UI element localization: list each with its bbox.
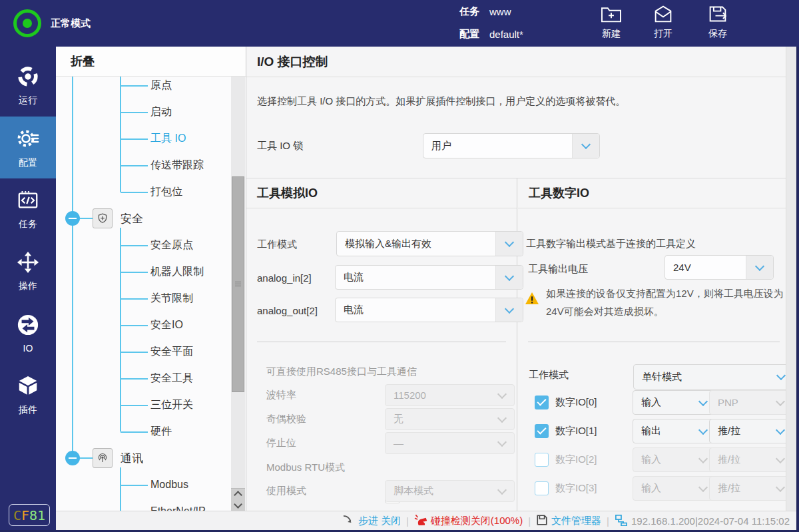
tool-voltage-select[interactable]: 24V bbox=[665, 255, 774, 280]
scroll-up-icon[interactable] bbox=[234, 491, 242, 499]
dio3-direction-select: 输入 bbox=[633, 476, 716, 501]
analog-work-mode-select[interactable]: 模拟输入&输出有效 bbox=[336, 231, 523, 256]
sidebar-item-label: 配置 bbox=[19, 157, 37, 169]
digital-work-mode-label: 工作模式 bbox=[529, 369, 569, 382]
dio1-type-select[interactable]: 推/拉 bbox=[709, 419, 793, 443]
sidebar-item-label: 操作 bbox=[19, 280, 37, 292]
analog-out-select[interactable]: 电流 bbox=[335, 298, 523, 322]
tree-scrollbar-thumb[interactable] bbox=[232, 176, 244, 392]
move-icon bbox=[17, 251, 39, 276]
io-control-section: I/O 接口控制 选择控制工具 I/O 接口的方式。如果扩展插件控制接口，用户定… bbox=[246, 47, 786, 178]
tree-item-origin[interactable]: 原点 bbox=[56, 77, 231, 99]
collision-status[interactable]: 碰撞检测关闭(100%) bbox=[414, 514, 523, 528]
new-button[interactable]: 新建 bbox=[588, 5, 635, 40]
task-value[interactable]: www bbox=[489, 6, 511, 17]
config-value[interactable]: default* bbox=[489, 29, 523, 40]
divider bbox=[528, 342, 780, 342]
tree-item-conveyor-tracking[interactable]: 传送带跟踪 bbox=[56, 152, 231, 178]
digital-io-row: 数字IO[1] 输出 推/拉 bbox=[518, 419, 786, 443]
dio3-checkbox[interactable] bbox=[535, 481, 549, 495]
scroll-down-icon[interactable] bbox=[234, 500, 242, 509]
dio1-checkbox[interactable] bbox=[535, 424, 549, 438]
modbus-rtu-label: Modbus RTU模式 bbox=[266, 461, 345, 474]
dio2-type-select: 推/拉 bbox=[709, 447, 793, 472]
tree-scrollbar[interactable] bbox=[231, 77, 245, 511]
tree-item-tool-io[interactable]: 工具 IO bbox=[56, 125, 231, 152]
parity-select: 无 bbox=[385, 408, 515, 430]
collapse-minus-icon[interactable] bbox=[65, 451, 80, 465]
dio0-type-select: PNP bbox=[709, 390, 793, 415]
tree-item-modbus[interactable]: Modbus bbox=[56, 471, 231, 498]
task-label: 任务 bbox=[459, 5, 479, 18]
gear-icon bbox=[16, 127, 40, 152]
parity-label: 奇偶校验 bbox=[266, 413, 306, 425]
panel-title: 工具数字IO bbox=[518, 178, 786, 208]
dio0-checkbox[interactable] bbox=[535, 396, 549, 409]
robot-status-ring-icon bbox=[13, 9, 41, 37]
tree-item-robot-limits[interactable]: 机器人限制 bbox=[56, 258, 231, 285]
digital-io-row: 数字IO[0] 输入 PNP bbox=[518, 390, 786, 414]
config-tree: 原点 启动 工具 IO 传送带跟踪 打包位 安全 安全原点 bbox=[56, 77, 231, 511]
sidebar-item-operate[interactable]: 操作 bbox=[0, 240, 56, 302]
tree-item-hardware[interactable]: 硬件 bbox=[56, 418, 231, 445]
dio3-label: 数字IO[3] bbox=[555, 482, 597, 495]
shield-icon bbox=[93, 208, 113, 228]
sidebar-item-config[interactable]: 配置 bbox=[0, 117, 56, 178]
dio1-direction-select[interactable]: 输出 bbox=[633, 419, 716, 443]
tree-item-safety[interactable]: 安全 bbox=[56, 205, 231, 232]
tool-io-lock-select[interactable]: 用户 bbox=[423, 133, 600, 158]
io-swap-icon bbox=[17, 314, 39, 338]
dio0-direction-select[interactable]: 输入 bbox=[633, 390, 716, 415]
sidebar-item-task[interactable]: 任务 bbox=[0, 178, 56, 240]
tree-item-safety-tool[interactable]: 安全工具 bbox=[56, 365, 231, 392]
tree-item-pack-position[interactable]: 打包位 bbox=[56, 178, 231, 205]
tree-item-three-position-switch[interactable]: 三位开关 bbox=[56, 392, 231, 418]
code-window-icon bbox=[17, 189, 39, 214]
dio1-label: 数字IO[1] bbox=[555, 425, 597, 437]
digital-description: 工具数字输出模式基于连接的工具定义 bbox=[526, 238, 696, 250]
analog-in-select[interactable]: 电流 bbox=[335, 265, 523, 290]
chevron-down-icon bbox=[572, 134, 599, 158]
collision-icon bbox=[414, 514, 427, 528]
sidebar-item-io[interactable]: IO bbox=[0, 302, 56, 364]
robot-model-badge[interactable]: CF81 bbox=[9, 504, 50, 526]
network-icon bbox=[615, 514, 628, 528]
save-button-label: 保存 bbox=[708, 28, 727, 40]
digital-work-mode-select[interactable]: 单针模式 bbox=[633, 364, 794, 390]
save-file-icon bbox=[707, 5, 728, 25]
chevron-down-icon bbox=[746, 256, 773, 279]
dio2-checkbox[interactable] bbox=[535, 453, 549, 467]
tree-item-startup[interactable]: 启动 bbox=[56, 99, 231, 125]
tool-voltage-label: 工具输出电压 bbox=[528, 263, 588, 276]
open-button[interactable]: 打开 bbox=[640, 5, 686, 40]
new-file-icon bbox=[601, 5, 622, 25]
cube-icon bbox=[17, 375, 39, 399]
sidebar-item-plugin[interactable]: 插件 bbox=[0, 364, 56, 426]
main-content: I/O 接口控制 选择控制工具 I/O 接口的方式。如果扩展插件控制接口，用户定… bbox=[246, 47, 786, 511]
tool-analog-io-panel: 工具模拟IO 工作模式 模拟输入&输出有效 analog_in[2] 电流 an… bbox=[246, 178, 517, 511]
task-row: 任务 www bbox=[459, 5, 511, 18]
dio3-type-select: 推/拉 bbox=[709, 476, 793, 501]
antenna-icon bbox=[93, 448, 113, 468]
open-button-label: 打开 bbox=[654, 28, 672, 40]
save-button[interactable]: 保存 bbox=[694, 5, 741, 40]
sidebar-item-run[interactable]: 运行 bbox=[0, 55, 56, 117]
network-status[interactable]: 192.168.1.200|2024-07-04 11:15:02 bbox=[615, 514, 790, 528]
collapse-header[interactable]: 折叠 bbox=[56, 47, 246, 77]
warning-text-line1: 如果连接的设备仅支持配置为12V，则将工具电压设为 bbox=[546, 288, 784, 300]
tool-digital-io-panel: 工具数字IO 工具数字输出模式基于连接的工具定义 工具输出电压 24V 如果连接… bbox=[518, 178, 786, 511]
collapse-minus-icon[interactable] bbox=[65, 211, 80, 226]
tree-item-safety-origin[interactable]: 安全原点 bbox=[56, 232, 231, 258]
sidebar-item-label: IO bbox=[23, 343, 33, 354]
tree-item-safety-plane[interactable]: 安全平面 bbox=[56, 338, 231, 365]
main-scrollbar-track[interactable] bbox=[786, 47, 796, 511]
tree-scrollbar-buttons[interactable] bbox=[231, 488, 245, 511]
sidebar-item-label: 任务 bbox=[19, 218, 37, 230]
file-manager-button[interactable]: 文件管理器 bbox=[536, 514, 601, 528]
step-toggle[interactable]: 步进 关闭 bbox=[342, 514, 401, 527]
tree-item-joint-limits[interactable]: 关节限制 bbox=[56, 285, 231, 312]
tree-item-communication[interactable]: 通讯 bbox=[56, 445, 231, 471]
tree-item-safety-io[interactable]: 安全IO bbox=[56, 312, 231, 338]
nav-sidebar: 运行 配置 任务 bbox=[0, 47, 56, 532]
tree-item-ethernet-ip[interactable]: EtherNet/IP bbox=[56, 498, 231, 511]
